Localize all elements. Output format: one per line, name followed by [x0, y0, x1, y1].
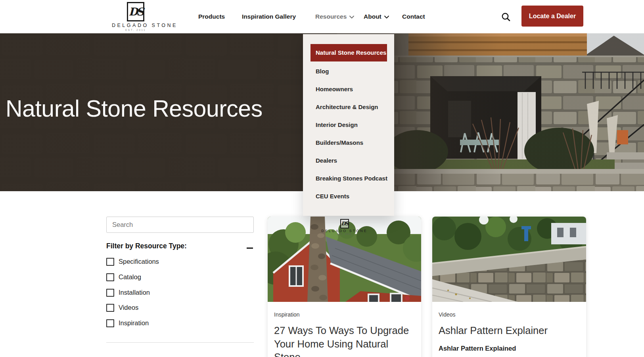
menu-item-ceu-events[interactable]: CEU Events	[303, 187, 394, 205]
page: DS DELGADO STONE EST. 2011 Products Insp…	[0, 0, 644, 357]
nav-item-about[interactable]: About	[364, 0, 389, 33]
filter-option-inspiration[interactable]: Inspiration	[106, 319, 254, 328]
menu-item-blog[interactable]: Blog	[303, 62, 394, 80]
brand-monogram-icon: DS	[340, 219, 349, 228]
menu-item-breaking-stones-podcast[interactable]: Breaking Stones Podcast	[303, 169, 394, 187]
card-category: Inspiration	[274, 311, 415, 318]
checkbox[interactable]	[106, 304, 114, 312]
resource-card-inspiration[interactable]: DS DELGADO STONE EST. 2011 Inspiration 2…	[268, 217, 421, 357]
card-image	[432, 217, 586, 302]
card-image: DS DELGADO STONE EST. 2011	[268, 217, 421, 302]
card-category: Videos	[439, 311, 580, 318]
menu-item-interior-design[interactable]: Interior Design	[303, 116, 394, 134]
chevron-down-icon	[349, 0, 354, 33]
filter-option-installation[interactable]: Installation	[106, 288, 254, 298]
brand-monogram-icon: DS	[127, 2, 144, 21]
brand-established: EST. 2011	[112, 29, 159, 31]
filter-option-videos[interactable]: Videos	[106, 303, 254, 313]
divider	[106, 342, 254, 343]
resources-dropdown-menu: Natural Stone Resources Blog Homeowners …	[303, 34, 394, 216]
page-title: Natural Stone Resources	[6, 95, 263, 122]
filter-option-catalog[interactable]: Catalog	[106, 273, 254, 282]
card-body: Inspiration 27 Ways To Ways To Upgrade Y…	[268, 302, 421, 357]
nav-item-resources[interactable]: Resources	[315, 0, 354, 33]
brand-name: DELGADO STONE	[112, 23, 159, 28]
locate-a-dealer-button[interactable]: Locate a Dealer	[521, 6, 583, 27]
chevron-down-icon	[384, 0, 389, 33]
filter-option-specifications[interactable]: Specifications	[106, 257, 254, 267]
search-icon[interactable]	[501, 12, 511, 22]
nav-item-inspiration-gallery[interactable]: Inspiration Gallery	[242, 0, 296, 33]
card-title[interactable]: 27 Ways To Ways To Upgrade Your Home Usi…	[274, 324, 415, 357]
card-subtitle: Ashlar Pattern Explained	[439, 345, 580, 352]
card-body: Videos Ashlar Pattern Explainer Ashlar P…	[432, 302, 586, 352]
resource-card-videos[interactable]: Videos Ashlar Pattern Explainer Ashlar P…	[432, 217, 586, 357]
checkbox[interactable]	[106, 273, 114, 281]
brand-logo[interactable]: DS DELGADO STONE EST. 2011	[112, 2, 159, 31]
minus-collapse-icon[interactable]	[247, 245, 253, 251]
photo-watermark-logo: DS DELGADO STONE EST. 2011	[268, 219, 421, 235]
checkbox[interactable]	[106, 258, 114, 266]
checkbox[interactable]	[106, 319, 114, 327]
nav-item-contact[interactable]: Contact	[402, 0, 425, 33]
menu-item-homeowners[interactable]: Homeowners	[303, 80, 394, 98]
menu-item-natural-stone-resources[interactable]: Natural Stone Resources	[310, 44, 387, 61]
search-input[interactable]	[106, 217, 254, 233]
filter-heading: Filter by Resource Type:	[106, 242, 187, 250]
header: DS DELGADO STONE EST. 2011 Products Insp…	[0, 0, 644, 33]
nav-item-products[interactable]: Products	[198, 0, 225, 33]
menu-item-architecture-design[interactable]: Architecture & Design	[303, 98, 394, 116]
main-content: Filter by Resource Type: Specifications …	[0, 191, 644, 357]
card-title[interactable]: Ashlar Pattern Explainer	[439, 324, 580, 338]
menu-item-builders-masons[interactable]: Builders/Masons	[303, 134, 394, 152]
menu-item-dealers[interactable]: Dealers	[303, 152, 394, 169]
checkbox[interactable]	[106, 289, 114, 297]
